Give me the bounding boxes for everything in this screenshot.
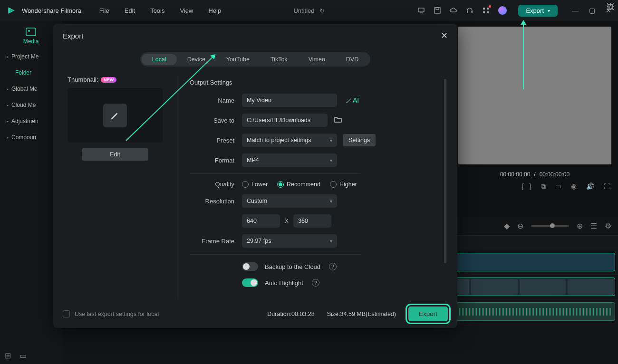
snapshot-icon[interactable]: ◉: [571, 182, 577, 191]
sidebar-tab-media[interactable]: Media: [0, 21, 62, 48]
svg-rect-2: [418, 8, 424, 12]
edit-thumbnail-button[interactable]: Edit: [82, 148, 148, 161]
app-logo: [7, 6, 16, 15]
zoom-out-icon[interactable]: ⊖: [517, 221, 523, 230]
auto-highlight-label: Auto Highlight: [265, 279, 303, 287]
menu-help[interactable]: Help: [208, 7, 221, 14]
menu-edit[interactable]: Edit: [125, 7, 135, 14]
window-minimize[interactable]: —: [572, 7, 579, 14]
quality-higher-radio[interactable]: Higher: [330, 181, 357, 188]
close-icon[interactable]: ✕: [441, 30, 448, 41]
export-button-top[interactable]: Export ▾: [518, 5, 558, 17]
use-last-checkbox[interactable]: [63, 310, 70, 317]
volume-icon[interactable]: 🔊: [586, 182, 594, 191]
sidebar-item-cloud[interactable]: ▸Cloud Me: [0, 97, 62, 113]
headphones-icon[interactable]: [466, 7, 473, 14]
framerate-value: 29.97 fps: [247, 238, 271, 244]
saveto-value: C:/Users/HF/Downloads: [247, 117, 310, 124]
export-button[interactable]: Export: [408, 307, 448, 321]
marker-icon[interactable]: ◆: [504, 221, 510, 230]
backup-cloud-toggle[interactable]: [242, 262, 258, 271]
cloud-icon[interactable]: [450, 7, 457, 14]
saveto-label: Save to: [190, 117, 242, 124]
quality-lower-radio[interactable]: Lower: [242, 181, 268, 188]
sidebar-item-label: Compoun: [11, 134, 36, 141]
export-button-top-label: Export: [526, 7, 544, 14]
name-input[interactable]: [242, 94, 337, 107]
help-icon[interactable]: ?: [312, 279, 319, 287]
sidebar-item-adjustment[interactable]: ▸Adjustmen: [0, 113, 62, 129]
use-last-label: Use last export settings for local: [75, 311, 159, 317]
sidebar-item-label: Global Me: [11, 86, 38, 92]
image-icon[interactable]: 🖼: [607, 3, 614, 11]
folder-add-icon[interactable]: ⊞: [5, 351, 11, 360]
sidebar-item-project[interactable]: ▸Project Me: [0, 48, 62, 65]
sidebar-item-label: Cloud Me: [11, 102, 36, 108]
tab-youtube[interactable]: YouTube: [216, 54, 260, 65]
sidebar-item-label: Folder: [15, 69, 31, 76]
window-maximize[interactable]: ▢: [589, 7, 595, 14]
screen-icon[interactable]: [417, 7, 425, 14]
chevron-down-icon: ▾: [548, 8, 550, 13]
svg-rect-7: [472, 11, 473, 13]
history-icon[interactable]: ↻: [319, 7, 325, 14]
sidebar-item-label: Project Me: [11, 53, 39, 60]
menu-view[interactable]: View: [180, 7, 193, 14]
brackets-icon[interactable]: { }: [521, 182, 531, 191]
svg-rect-12: [26, 28, 36, 36]
chevron-down-icon: ▾: [330, 239, 332, 244]
sidebar-item-global[interactable]: ▸Global Me: [0, 81, 62, 97]
width-input[interactable]: [242, 214, 280, 228]
preset-select[interactable]: Match to project settings▾: [242, 134, 337, 147]
compare-icon[interactable]: ⧉: [541, 182, 546, 191]
height-input[interactable]: [293, 214, 331, 228]
menu-file[interactable]: File: [99, 7, 109, 14]
svg-rect-10: [483, 11, 485, 13]
quality-label: Quality: [190, 181, 242, 188]
sidebar-item-compound[interactable]: ▸Compoun: [0, 129, 62, 145]
folder-icon[interactable]: ▭: [19, 351, 27, 360]
output-settings-title: Output Settings: [190, 79, 439, 86]
avatar-icon[interactable]: [498, 6, 507, 15]
settings-icon[interactable]: ⚙: [605, 221, 611, 230]
preset-value: Match to project settings: [247, 137, 311, 144]
quality-recommend-radio[interactable]: Recommend: [277, 181, 320, 188]
scrollbar[interactable]: [444, 79, 446, 263]
thumbnail-preview[interactable]: [68, 88, 163, 143]
sidebar: Media ▸Project Me Folder ▸Global Me ▸Clo…: [0, 21, 62, 364]
radio-label: Higher: [339, 181, 357, 188]
preview-viewport[interactable]: [458, 27, 611, 164]
resolution-select[interactable]: Custom▾: [242, 194, 337, 208]
media-icon: [26, 28, 36, 36]
zoom-slider[interactable]: [531, 225, 569, 227]
preset-settings-button[interactable]: Settings: [343, 134, 376, 146]
auto-highlight-toggle[interactable]: [242, 278, 258, 287]
time-sep: /: [534, 171, 535, 178]
sidebar-item-folder[interactable]: Folder: [0, 65, 62, 81]
ai-icon[interactable]: AI: [346, 96, 359, 104]
folder-browse-icon[interactable]: [334, 116, 342, 125]
saveto-input[interactable]: C:/Users/HF/Downloads: [242, 114, 328, 127]
sidebar-item-label: Adjustmen: [11, 118, 39, 125]
svg-rect-9: [487, 8, 489, 10]
tab-dvd[interactable]: DVD: [336, 54, 369, 65]
framerate-label: Frame Rate: [190, 238, 242, 245]
save-icon[interactable]: [434, 7, 441, 14]
app-name: Wondershare Filmora: [22, 7, 81, 14]
format-select[interactable]: MP4▾: [242, 153, 337, 167]
zoom-in-icon[interactable]: ⊕: [577, 221, 583, 230]
apps-icon[interactable]: [482, 7, 490, 14]
tab-vimeo[interactable]: Vimeo: [298, 54, 336, 65]
framerate-select[interactable]: 29.97 fps▾: [242, 234, 337, 248]
help-icon[interactable]: ?: [329, 263, 337, 270]
menu-tools[interactable]: Tools: [150, 7, 164, 14]
list-icon[interactable]: ☰: [590, 221, 597, 230]
fullscreen-icon[interactable]: ⛶: [604, 182, 610, 191]
tab-local[interactable]: Local: [142, 54, 177, 65]
tab-tiktok[interactable]: TikTok: [260, 54, 298, 65]
format-label: Format: [190, 157, 242, 164]
radio-label: Recommend: [287, 181, 320, 188]
annotation-arrow: [523, 21, 524, 89]
display-icon[interactable]: ▭: [555, 182, 561, 191]
duration-info: Duration:00:03:28: [267, 311, 314, 317]
